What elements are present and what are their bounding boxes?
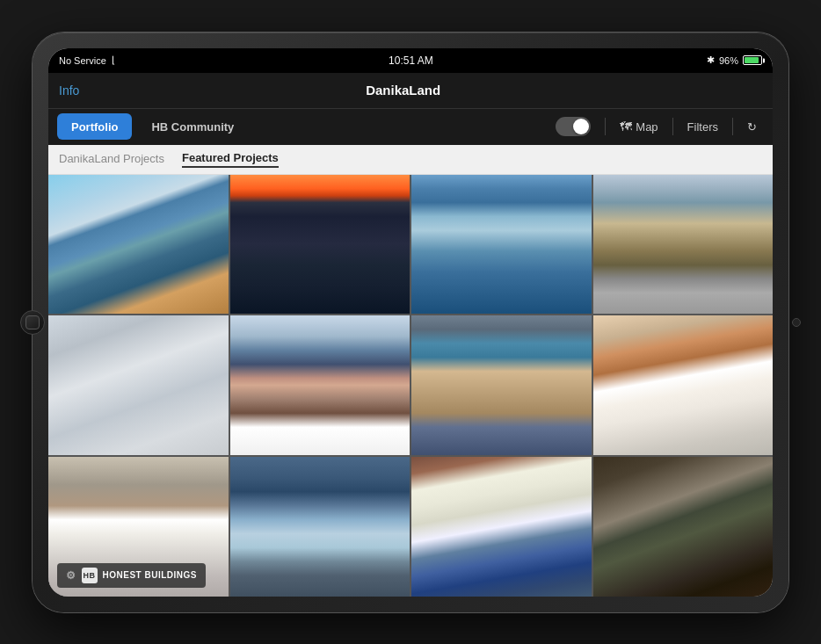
project-image-11 xyxy=(411,457,592,597)
hb-badge-text: HONEST BUILDINGS xyxy=(103,570,197,580)
project-image-4 xyxy=(593,175,774,315)
carrier-text: No Service xyxy=(59,55,106,66)
toggle-thumb xyxy=(573,119,589,134)
project-image-6 xyxy=(230,315,410,455)
project-image-10 xyxy=(230,457,410,597)
divider xyxy=(605,118,606,135)
battery-icon xyxy=(743,55,762,65)
project-image-12 xyxy=(593,457,774,597)
grid-item-2[interactable] xyxy=(230,175,410,315)
ipad-device: No Service ⌊ 10:51 AM ✱ 96% Info DanikaL… xyxy=(33,33,788,612)
project-image-8 xyxy=(593,315,774,455)
grid-item-11[interactable] xyxy=(411,457,592,597)
map-label: Map xyxy=(636,120,658,134)
nav-bar: Info DanikaLand xyxy=(48,73,773,108)
sub-nav-danika-projects[interactable]: DanikaLand Projects xyxy=(59,152,164,167)
status-bar: No Service ⌊ 10:51 AM ✱ 96% xyxy=(48,48,773,73)
view-toggle[interactable] xyxy=(556,117,591,136)
wifi-icon: ⌊ xyxy=(112,54,115,66)
grid-item-3[interactable] xyxy=(411,175,592,315)
grid-item-6[interactable] xyxy=(230,315,410,455)
sub-nav-featured[interactable]: Featured Projects xyxy=(182,151,279,168)
hb-logo: HB xyxy=(82,568,98,583)
grid-item-9[interactable]: ⚙ HB HONEST BUILDINGS xyxy=(48,457,229,597)
grid-item-7[interactable] xyxy=(411,315,592,455)
grid-item-8[interactable] xyxy=(593,315,774,455)
tab-portfolio[interactable]: Portfolio xyxy=(57,113,132,140)
project-image-2 xyxy=(230,175,410,315)
back-button[interactable]: Info xyxy=(59,83,79,98)
refresh-icon: ↻ xyxy=(747,120,757,134)
map-button[interactable]: 🗺 Map xyxy=(613,113,665,140)
grid-item-1[interactable] xyxy=(48,175,229,315)
camera-icon xyxy=(792,318,801,327)
battery-fill xyxy=(745,57,759,63)
refresh-button[interactable]: ↻ xyxy=(740,113,764,140)
battery-percent: 96% xyxy=(719,55,738,66)
status-right: ✱ 96% xyxy=(707,54,762,66)
status-time: 10:51 AM xyxy=(389,54,433,67)
bluetooth-icon: ✱ xyxy=(707,54,715,66)
screen: No Service ⌊ 10:51 AM ✱ 96% Info DanikaL… xyxy=(48,48,773,597)
divider-3 xyxy=(732,118,733,135)
home-button[interactable] xyxy=(20,310,45,335)
divider-2 xyxy=(672,118,673,135)
project-image-5 xyxy=(48,315,229,455)
status-left: No Service ⌊ xyxy=(59,54,115,66)
sub-nav: DanikaLand Projects Featured Projects xyxy=(48,145,773,175)
home-button-icon xyxy=(25,315,40,329)
grid-item-12[interactable] xyxy=(593,457,774,597)
grid-item-4[interactable] xyxy=(593,175,774,315)
project-image-3 xyxy=(411,175,592,315)
filters-button[interactable]: Filters xyxy=(680,113,725,140)
tab-bar: Portfolio HB Community 🗺 Map Filters xyxy=(48,108,773,145)
project-image-1 xyxy=(48,175,229,315)
toggle-container xyxy=(556,117,591,136)
tab-hb-community[interactable]: HB Community xyxy=(137,113,248,140)
nav-title: DanikaLand xyxy=(366,83,440,98)
map-icon: 🗺 xyxy=(620,119,632,134)
gear-icon: ⚙ xyxy=(66,569,76,582)
project-image-7 xyxy=(411,315,592,455)
grid-item-5[interactable] xyxy=(48,315,229,455)
projects-grid: ⚙ HB HONEST BUILDINGS xyxy=(48,175,773,597)
hb-badge: ⚙ HB HONEST BUILDINGS xyxy=(57,563,206,588)
grid-item-10[interactable] xyxy=(230,457,410,597)
screen-bezel: No Service ⌊ 10:51 AM ✱ 96% Info DanikaL… xyxy=(48,48,773,597)
